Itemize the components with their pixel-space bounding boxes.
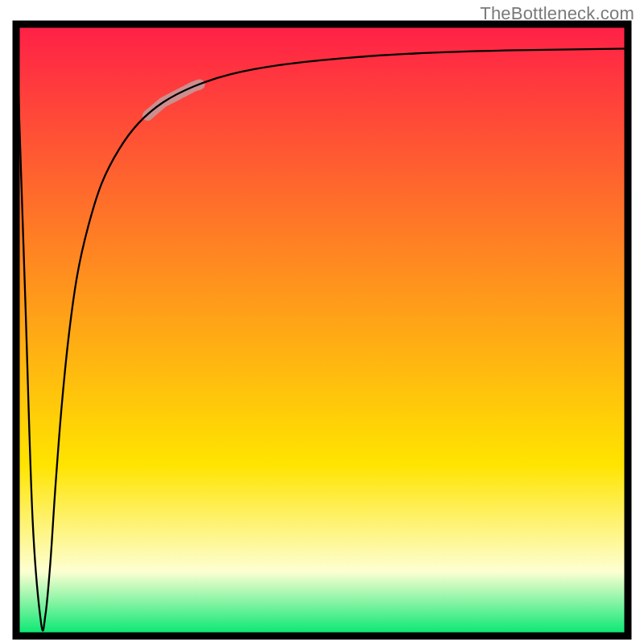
bottleneck-chart xyxy=(0,0,644,644)
gradient-background xyxy=(16,24,628,636)
chart-container: TheBottleneck.com xyxy=(0,0,644,644)
